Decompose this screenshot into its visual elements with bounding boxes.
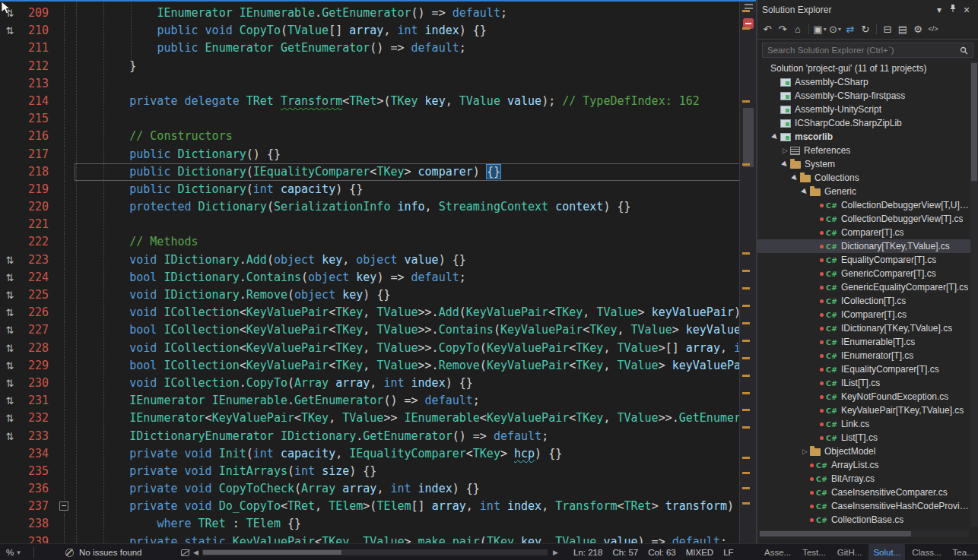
code-line[interactable]: 237− private void Do_CopyTo<TRet, TElem>… — [0, 498, 756, 515]
code-line[interactable]: 216 // Constructors — [0, 128, 756, 145]
tree-item[interactable]: ▶mscorlib — [757, 130, 970, 144]
tree-horizontal-scrollbar[interactable] — [759, 530, 969, 537]
panel-tab[interactable]: Test... — [798, 544, 830, 560]
code-line[interactable]: 238 where TRet : TElem {} — [0, 515, 756, 533]
panel-tab[interactable]: Class... — [907, 544, 945, 560]
tree-item[interactable]: Assembly-CSharp-firstpass — [757, 89, 970, 103]
code-line[interactable]: ⇅227 bool ICollection<KeyValuePair<TKey,… — [0, 321, 756, 339]
expander-closed-icon[interactable]: ▷ — [800, 448, 810, 455]
code-line[interactable]: 215 — [0, 110, 756, 128]
editor-vertical-scrollbar[interactable] — [739, 0, 756, 543]
tree-item[interactable]: C#ICollection[T].cs — [757, 294, 970, 308]
code-line[interactable]: ⇅226 void ICollection<KeyValuePair<TKey,… — [0, 304, 756, 321]
fold-collapse-icon[interactable]: − — [59, 501, 68, 511]
chevron-down-icon[interactable]: ▾ — [17, 545, 21, 560]
back-icon[interactable]: ↶ — [760, 22, 774, 36]
tree-item[interactable]: ▶Collections — [757, 171, 970, 185]
panel-tab[interactable]: GitH... — [833, 544, 867, 560]
tree-item[interactable]: C#CaseInsensitiveComparer.cs — [757, 486, 970, 499]
reference-arrows-icon[interactable]: ⇅ — [0, 22, 20, 40]
panel-tab[interactable]: Solut... — [868, 544, 905, 560]
show-all-files-icon[interactable]: ▤ — [896, 22, 910, 36]
code-line[interactable]: 236 private void CopyToCheck(Array array… — [0, 480, 756, 498]
code-line[interactable]: ⇅210 public void CopyTo(TValue[] array, … — [0, 22, 756, 40]
reference-arrows-icon[interactable]: ⇅ — [0, 252, 20, 269]
switch-views-icon[interactable]: ▣▾ — [813, 22, 827, 36]
view-code-icon[interactable]: </> — [926, 22, 940, 36]
code-line[interactable]: ⇅228 void ICollection<KeyValuePair<TKey,… — [0, 340, 756, 357]
search-icon[interactable] — [960, 46, 968, 55]
scrollbar-thumb[interactable] — [971, 63, 977, 181]
reference-arrows-icon[interactable]: ⇅ — [0, 428, 20, 445]
panel-tab[interactable]: Asse... — [760, 544, 795, 560]
tree-item[interactable]: C#List[T].cs — [757, 431, 970, 445]
code-line[interactable]: ⇅229 bool ICollection<KeyValuePair<TKey,… — [0, 357, 756, 375]
code-line[interactable]: 221 — [0, 216, 756, 233]
tree-item[interactable]: C#KeyNotFoundException.cs — [757, 390, 970, 403]
splitter-handle-icon[interactable] — [745, 4, 753, 9]
tree-item[interactable]: Solution 'project-gui' (11 of 11 project… — [757, 62, 970, 75]
code-editor[interactable]: ⇅209 IEnumerator IEnumerable.GetEnumerat… — [0, 0, 756, 543]
tree-item[interactable]: C#IList[T].cs — [757, 376, 970, 390]
tree-item[interactable]: ▷References — [757, 144, 970, 157]
reference-arrows-icon[interactable]: ⇅ — [0, 392, 20, 410]
code-line[interactable]: ⇅231 IEnumerator IEnumerable.GetEnumerat… — [0, 392, 756, 410]
scroll-right-arrow[interactable]: ▶ — [553, 544, 558, 560]
expander-closed-icon[interactable]: ▷ — [780, 147, 790, 154]
code-line[interactable]: 217 public Dictionary() {} — [0, 146, 756, 163]
code-line[interactable]: ⇅225 void IDictionary.Remove(object key)… — [0, 286, 756, 304]
scope-to-this-icon[interactable]: ⊙▾ — [828, 22, 842, 36]
code-line[interactable]: 211 public Enumerator GetEnumerator() =>… — [0, 40, 756, 57]
tree-item[interactable]: Assembly-CSharp — [757, 75, 970, 89]
properties-icon[interactable]: ⚙ — [911, 22, 925, 36]
zoom-control[interactable]: % ▾ — [6, 544, 21, 560]
code-line[interactable]: 212 } — [0, 58, 756, 75]
code-line[interactable]: ⇅223 void IDictionary.Add(object key, ob… — [0, 252, 756, 269]
tree-item[interactable]: C#BitArray.cs — [757, 472, 970, 486]
code-line[interactable]: ⇅209 IEnumerator IEnumerable.GetEnumerat… — [0, 5, 756, 22]
code-line[interactable]: 218 public Dictionary(IEqualityComparer<… — [0, 163, 756, 181]
tree-item[interactable]: C#IDictionary[TKey,TValue].cs — [757, 321, 970, 335]
code-line[interactable]: ⇅232 IEnumerator<KeyValuePair<TKey, TVal… — [0, 410, 756, 427]
tree-item[interactable]: ▶Generic — [757, 185, 970, 198]
code-line[interactable]: 239 private static KeyValuePair<TKey, TV… — [0, 533, 756, 543]
code-line[interactable]: 214 private delegate TRet Transform<TRet… — [0, 93, 756, 110]
tree-item[interactable]: C#CollectionDebuggerView[T,U].cs — [757, 198, 970, 212]
reference-arrows-icon[interactable]: ⇅ — [0, 410, 20, 427]
tree-item[interactable]: C#GenericComparer[T].cs — [757, 267, 970, 280]
reference-arrows-icon[interactable]: ⇅ — [0, 375, 20, 392]
tree-vertical-scrollbar[interactable] — [970, 62, 978, 527]
tree-item[interactable]: C#Dictionary[TKey,TValue].cs — [757, 239, 970, 253]
forward-icon[interactable]: ↷ — [776, 22, 789, 36]
tree-item[interactable]: C#IEnumerable[T].cs — [757, 335, 970, 349]
editor-horizontal-scrollbar[interactable] — [202, 549, 548, 555]
tree-item[interactable]: ▷ObjectModel — [757, 445, 970, 458]
tree-item[interactable]: ICSharpCode.SharpZipLib — [757, 116, 970, 130]
tree-item[interactable]: C#CollectionBase.cs — [757, 513, 970, 527]
tree-item[interactable]: C#Comparer[T].cs — [757, 226, 970, 239]
reference-arrows-icon[interactable]: ⇅ — [0, 340, 20, 357]
code-line[interactable]: ⇅233 IDictionaryEnumerator IDictionary.G… — [0, 428, 756, 445]
tree-item[interactable]: C#CollectionDebuggerView[T].cs — [757, 212, 970, 226]
tree-item[interactable]: C#IEnumerator[T].cs — [757, 349, 970, 362]
tree-item[interactable]: C#KeyValuePair[TKey,TValue].cs — [757, 403, 970, 417]
refresh-icon[interactable]: ↻ — [859, 22, 872, 36]
code-line[interactable]: ⇅230 void ICollection.CopyTo(Array array… — [0, 375, 756, 392]
reference-arrows-icon[interactable]: ⇅ — [0, 286, 20, 304]
reference-arrows-icon[interactable]: ⇅ — [0, 321, 20, 339]
tree-item[interactable]: Assembly-UnityScript — [757, 103, 970, 116]
tree-item[interactable]: C#CaseInsensitiveHashCodeProvider.cs — [757, 499, 970, 513]
reference-arrows-icon[interactable]: ⇅ — [0, 357, 20, 375]
code-line[interactable]: 219 public Dictionary(int capacity) {} — [0, 181, 756, 198]
panel-tab[interactable]: Tea... — [948, 544, 978, 560]
document-health-indicator[interactable]: No issues found — [65, 544, 141, 560]
notifications-muted-icon[interactable] — [181, 544, 189, 560]
reference-arrows-icon[interactable]: ⇅ — [0, 304, 20, 321]
reference-arrows-icon[interactable]: ⇅ — [0, 269, 20, 286]
scrollbar-thumb[interactable] — [760, 531, 911, 536]
pin-icon[interactable] — [946, 4, 960, 15]
code-line[interactable]: 222 // Methods — [0, 233, 756, 251]
tree-item[interactable]: C#GenericEqualityComparer[T].cs — [757, 280, 970, 294]
tree-item[interactable]: C#ArrayList.cs — [757, 458, 970, 472]
home-icon[interactable]: ⌂ — [791, 22, 805, 36]
